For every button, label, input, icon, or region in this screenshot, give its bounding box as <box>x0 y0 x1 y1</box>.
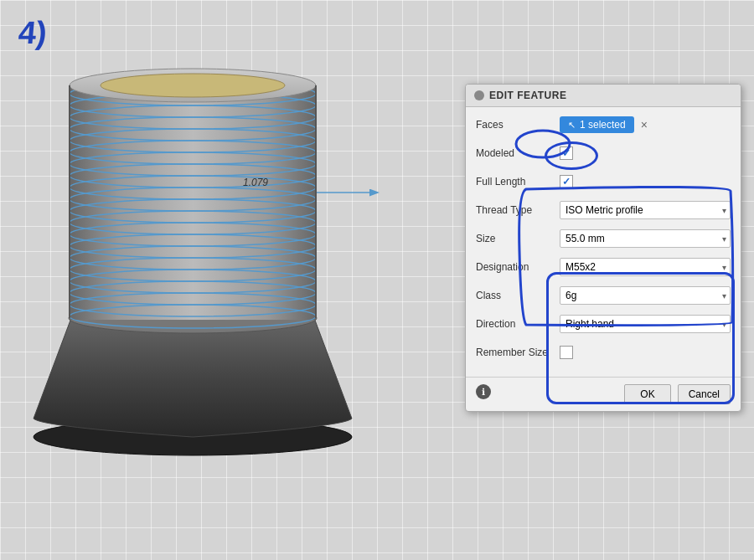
designation-control: M55x2 M55x1.5 M55x3 <box>560 258 731 276</box>
remember-size-checkbox[interactable] <box>560 346 573 359</box>
annotation-number: 4) <box>17 15 49 51</box>
direction-control: Right hand Left hand <box>560 315 731 333</box>
full-length-row: Full Length <box>476 171 731 193</box>
full-length-control <box>560 175 731 188</box>
designation-wrapper: M55x2 M55x1.5 M55x3 <box>560 258 731 276</box>
size-label: Size <box>476 233 560 244</box>
cursor-icon: ↖ <box>568 120 576 131</box>
modeled-row: Modeled <box>476 142 731 164</box>
ok-button[interactable]: OK <box>624 384 670 404</box>
svg-text:1.079: 1.079 <box>243 177 268 188</box>
class-label: Class <box>476 290 560 301</box>
direction-row: Direction Right hand Left hand <box>476 313 731 335</box>
direction-select[interactable]: Right hand Left hand <box>560 315 731 333</box>
class-wrapper: 6g 6H 4g <box>560 286 731 305</box>
size-row: Size 55.0 mm 50.0 mm 60.0 mm <box>476 228 731 249</box>
remember-size-control <box>560 346 731 359</box>
thread-type-wrapper: ISO Metric profile UN ANSI Metric <box>560 201 731 219</box>
faces-control: ↖ 1 selected × <box>560 116 731 133</box>
panel-body: Faces ↖ 1 selected × Modeled Full Length <box>466 107 741 377</box>
size-wrapper: 55.0 mm 50.0 mm 60.0 mm <box>560 229 731 248</box>
3d-object-svg: 1.079 <box>17 50 436 519</box>
direction-label: Direction <box>476 318 560 330</box>
size-select[interactable]: 55.0 mm 50.0 mm 60.0 mm <box>560 229 731 248</box>
faces-row: Faces ↖ 1 selected × <box>476 114 731 136</box>
thread-type-row: Thread Type ISO Metric profile UN ANSI M… <box>476 199 731 221</box>
panel-header-icon <box>474 90 484 100</box>
modeled-label: Modeled <box>476 147 560 159</box>
faces-selected-text: 1 selected <box>580 119 626 131</box>
thread-type-control: ISO Metric profile UN ANSI Metric <box>560 201 731 219</box>
designation-label: Designation <box>476 261 560 273</box>
thread-type-select[interactable]: ISO Metric profile UN ANSI Metric <box>560 201 731 219</box>
panel-title: EDIT FEATURE <box>489 90 566 101</box>
full-length-checkbox[interactable] <box>560 175 573 188</box>
info-icon[interactable]: ℹ <box>476 384 491 399</box>
full-length-label: Full Length <box>476 176 560 188</box>
class-row: Class 6g 6H 4g <box>476 285 731 306</box>
designation-row: Designation M55x2 M55x1.5 M55x3 <box>476 256 731 278</box>
size-control: 55.0 mm 50.0 mm 60.0 mm <box>560 229 731 248</box>
edit-feature-panel: EDIT FEATURE Faces ↖ 1 selected × Modele… <box>465 84 741 412</box>
thread-type-label: Thread Type <box>476 204 560 216</box>
faces-button[interactable]: ↖ 1 selected <box>560 116 634 133</box>
cancel-button[interactable]: Cancel <box>678 384 731 404</box>
svg-point-24 <box>101 74 285 97</box>
modeled-checkbox-wrapper <box>560 146 573 160</box>
panel-header: EDIT FEATURE <box>466 85 741 107</box>
designation-select[interactable]: M55x2 M55x1.5 M55x3 <box>560 258 731 276</box>
panel-footer: ℹ OK Cancel <box>466 377 741 411</box>
modeled-checkbox[interactable] <box>560 146 573 160</box>
remember-size-label: Remember Size <box>476 347 560 358</box>
modeled-control <box>560 146 731 160</box>
class-control: 6g 6H 4g <box>560 286 731 305</box>
direction-wrapper: Right hand Left hand <box>560 315 731 333</box>
faces-label: Faces <box>476 119 560 131</box>
remember-size-row: Remember Size <box>476 342 731 363</box>
faces-close-button[interactable]: × <box>639 116 649 133</box>
class-select[interactable]: 6g 6H 4g <box>560 286 731 305</box>
